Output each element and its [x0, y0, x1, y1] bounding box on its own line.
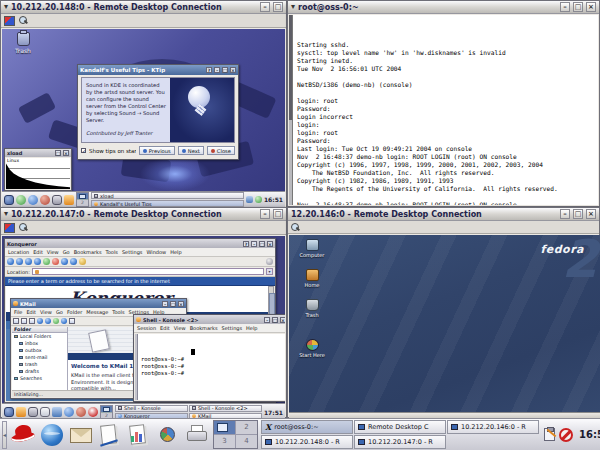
check-mail-icon[interactable] — [37, 318, 43, 324]
maximize-button[interactable]: □ — [55, 150, 61, 156]
red-hat-menu-icon[interactable] — [10, 422, 36, 448]
titlebar-rdc-146[interactable]: 12.20.146:0 - Remote Desktop Connection … — [288, 208, 599, 221]
utilities-icon[interactable] — [52, 195, 62, 205]
k-menu-icon[interactable] — [4, 195, 14, 205]
close-button[interactable]: × — [586, 209, 596, 219]
menu-item[interactable]: Location — [8, 249, 29, 255]
globe-blue-icon[interactable] — [28, 195, 38, 205]
kmail-titlebar[interactable]: KMail – □ × — [11, 299, 186, 308]
help-button[interactable]: ? — [243, 241, 249, 247]
konsole-scrollbar[interactable] — [135, 334, 138, 400]
menu-item[interactable]: Go — [56, 309, 63, 315]
minimize-button[interactable]: – — [560, 209, 570, 219]
desktop-pager[interactable]: 2 — [76, 192, 89, 207]
window-menu-icon[interactable]: ▾ — [291, 3, 295, 11]
panel-hide-button[interactable]: ◂ — [2, 421, 7, 449]
web-browser-icon[interactable] — [39, 422, 65, 448]
menu-item[interactable]: Go — [63, 249, 70, 255]
close-button[interactable]: Close — [207, 146, 235, 155]
menu-item[interactable]: File — [14, 309, 22, 315]
find-icon[interactable] — [61, 318, 67, 324]
task-xload[interactable]: xload — [91, 192, 244, 199]
globe-green-icon[interactable] — [16, 195, 26, 205]
forward-icon[interactable] — [16, 258, 23, 265]
menu-item[interactable]: View — [47, 249, 59, 255]
task-ktip[interactable]: Kandalf's Useful Tips — [91, 200, 244, 207]
files-icon[interactable] — [16, 407, 26, 417]
maximize-button[interactable]: □ — [259, 241, 265, 247]
terminal-scrollbar[interactable] — [289, 15, 293, 205]
pager-cell-3[interactable]: 3 — [214, 435, 235, 448]
flame-icon[interactable] — [64, 195, 74, 205]
minimize-button[interactable]: – — [264, 317, 270, 323]
maximize-button[interactable]: □ — [272, 317, 278, 323]
desktop-icon-computer[interactable]: Computer — [293, 239, 331, 258]
home-icon[interactable] — [34, 258, 41, 265]
task-konsole-2[interactable]: Shell - Konsole <2> — [189, 405, 262, 412]
task-remote-desktop[interactable]: Remote Desktop C — [354, 420, 446, 434]
close-button[interactable]: × — [280, 317, 285, 323]
window-menu-icon[interactable]: ▾ — [4, 3, 8, 11]
location-dropdown-icon[interactable]: ▾ — [266, 268, 273, 275]
minimize-button[interactable]: – — [260, 209, 270, 219]
task-rdc-146[interactable]: 10.212.20.146:0 - R — [447, 420, 539, 434]
find-icon[interactable] — [70, 258, 77, 265]
pager-cell-1[interactable] — [214, 421, 235, 434]
close-button[interactable]: × — [230, 67, 236, 73]
desktop-icon-trash[interactable]: Trash — [6, 32, 40, 54]
minimize-button[interactable]: – — [162, 301, 168, 307]
reload-icon[interactable] — [43, 258, 50, 265]
new-message-icon[interactable] — [13, 318, 19, 324]
minimize-button[interactable]: – — [214, 67, 220, 73]
menu-item[interactable]: Settings — [222, 325, 243, 331]
network-alert-icon[interactable] — [559, 428, 573, 442]
menu-item[interactable]: Tools — [106, 249, 118, 255]
zoom-icon[interactable] — [291, 223, 300, 232]
task-rdc-147[interactable]: 10.212.20.147:0 - R — [354, 435, 446, 449]
pager-cell-2[interactable]: 2 — [77, 200, 88, 206]
maximize-button[interactable]: □ — [222, 67, 228, 73]
pager-cell-4[interactable]: 4 — [236, 435, 257, 448]
menu-item[interactable]: Tools — [112, 309, 124, 315]
konsole-icon[interactable] — [28, 407, 38, 417]
back-icon[interactable] — [7, 258, 14, 265]
desktop-icon-home[interactable]: Home — [293, 269, 331, 288]
next-button[interactable]: Next — [178, 146, 204, 155]
maximize-button[interactable]: □ — [573, 2, 583, 12]
show-tips-checkbox[interactable]: ✓ — [81, 148, 86, 153]
titlebar-rdc-147[interactable]: ▾ 10.212.20.147:0 - Remote Desktop Conne… — [1, 208, 286, 221]
maximize-button[interactable]: □ — [573, 209, 583, 219]
forward-icon[interactable] — [53, 318, 59, 324]
menu-item[interactable]: Window — [146, 249, 166, 255]
pager-cell-1[interactable] — [101, 406, 112, 412]
xload-titlebar[interactable]: xload □ × — [5, 149, 71, 157]
titlebar-rdc-148[interactable]: ▾ 10.212.20.148:0 - Remote Desktop Conne… — [1, 1, 286, 14]
word-processor-icon[interactable] — [97, 422, 123, 448]
menu-item[interactable]: Folder — [67, 309, 82, 315]
minimize-button[interactable]: – — [260, 2, 270, 12]
tray-clipboard-icon[interactable] — [255, 196, 262, 203]
previous-button[interactable]: Previous — [139, 146, 175, 155]
minimize-button[interactable]: – — [560, 2, 570, 12]
menu-item[interactable]: View — [174, 325, 186, 331]
print-icon[interactable] — [61, 258, 68, 265]
rdc-fullscreen-icon[interactable] — [4, 223, 15, 233]
save-icon[interactable] — [21, 318, 27, 324]
task-konsole-1[interactable]: Shell - Konsole — [115, 405, 188, 412]
menu-item[interactable]: Edit — [26, 309, 36, 315]
print-icon[interactable] — [29, 318, 35, 324]
stop-icon[interactable] — [52, 258, 59, 265]
menu-item[interactable]: Settings — [122, 249, 143, 255]
menu-item[interactable]: Session — [137, 325, 156, 331]
gear-red-icon[interactable] — [40, 195, 50, 205]
desktop-icon-trash[interactable]: Trash — [293, 299, 331, 318]
close-button[interactable]: × — [63, 150, 69, 156]
konsole-terminal[interactable]: root@oss-0:~#root@oss-0:~#root@oss-0:~# — [135, 334, 285, 400]
zoom-icon[interactable] — [19, 223, 28, 232]
menu-item[interactable]: Bookmarks — [74, 249, 102, 255]
menu-item[interactable]: Edit — [33, 249, 43, 255]
maximize-button[interactable]: □ — [273, 209, 283, 219]
desktop-pager[interactable]: 2 3 4 — [213, 420, 258, 449]
ktip-titlebar[interactable]: Kandalf's Useful Tips - KTip ? – □ × — [78, 65, 238, 75]
menu-item[interactable]: View — [40, 309, 52, 315]
